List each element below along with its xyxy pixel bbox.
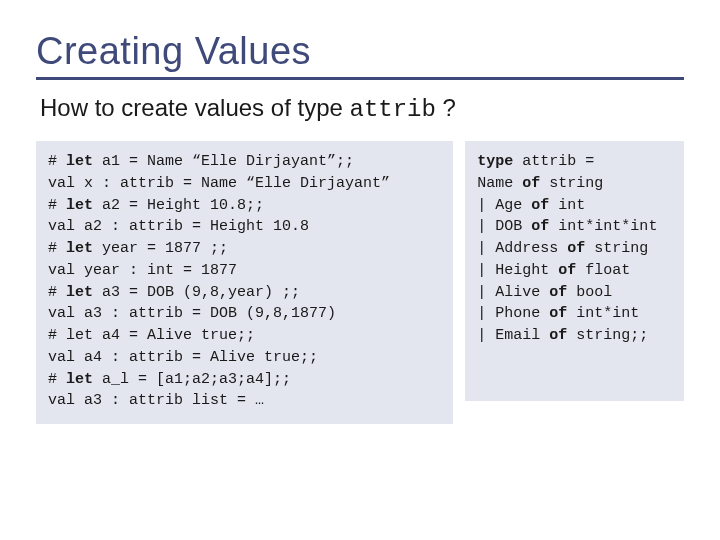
code-line: val a3 : attrib = DOB (9,8,1877) (48, 303, 441, 325)
code-line: | Address of string (477, 238, 672, 260)
code-line: Name of string (477, 173, 672, 195)
left-code-box: # let a1 = Name “Elle Dirjayant”;; val x… (36, 141, 453, 424)
columns: # let a1 = Name “Elle Dirjayant”;; val x… (36, 141, 684, 424)
code-line: # let a2 = Height 10.8;; (48, 195, 441, 217)
code-line: val a2 : attrib = Height 10.8 (48, 216, 441, 238)
code-line: | Alive of bool (477, 282, 672, 304)
code-line: # let a1 = Name “Elle Dirjayant”;; (48, 151, 441, 173)
code-line: val a4 : attrib = Alive true;; (48, 347, 441, 369)
slide-title: Creating Values (36, 30, 684, 73)
slide: Creating Values How to create values of … (0, 0, 720, 540)
code-line: | Email of string;; (477, 325, 672, 347)
right-code-box: type attrib = Name of string | Age of in… (465, 141, 684, 401)
code-line: # let year = 1877 ;; (48, 238, 441, 260)
title-underline (36, 77, 684, 80)
subtitle-code: attrib (350, 96, 436, 123)
code-line: | Age of int (477, 195, 672, 217)
subtitle-prefix: How to create values of type (40, 94, 350, 121)
code-line: | Phone of int*int (477, 303, 672, 325)
code-line: | Height of float (477, 260, 672, 282)
code-line: # let a_l = [a1;a2;a3;a4];; (48, 369, 441, 391)
subtitle-suffix: ? (436, 94, 456, 121)
code-line: val year : int = 1877 (48, 260, 441, 282)
code-line: # let a3 = DOB (9,8,year) ;; (48, 282, 441, 304)
code-line: val a3 : attrib list = … (48, 390, 441, 412)
code-line: type attrib = (477, 151, 672, 173)
code-line: val x : attrib = Name “Elle Dirjayant” (48, 173, 441, 195)
subtitle: How to create values of type attrib ? (40, 94, 684, 123)
code-line: # let a4 = Alive true;; (48, 325, 441, 347)
code-line: | DOB of int*int*int (477, 216, 672, 238)
